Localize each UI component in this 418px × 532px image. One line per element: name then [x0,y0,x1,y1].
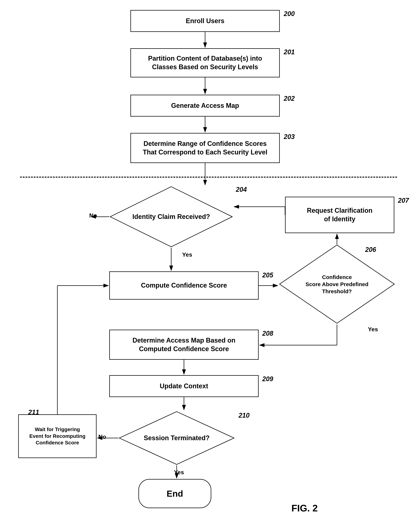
step-202-num: 202 [284,95,295,102]
step-211-num: 211 [28,408,39,416]
identity-claim-label: Identity Claim Received? [132,213,210,221]
end-label: End [167,489,183,499]
det-range-label: Determine Range of Confidence Scores Tha… [143,139,267,157]
session-term-label: Session Terminated? [144,434,209,442]
enroll-users-box: Enroll Users [130,10,280,32]
wait-trigger-box: Wait for Triggering Event for Recomputin… [18,414,96,458]
step-205-num: 205 [262,271,273,279]
dashed-separator [20,177,397,178]
end-box: End [139,479,211,508]
step-209-num: 209 [262,375,273,383]
conf-threshold-label: Confidence Score Above Predefined Thresh… [305,274,369,295]
compute-conf-label: Compute Confidence Score [141,281,227,290]
step-206-num: 206 [365,246,376,254]
step-201-num: 201 [284,48,295,56]
step-210-num: 210 [239,412,250,419]
fig-label: FIG. 2 [291,503,318,514]
gen-access-map-label: Generate Access Map [171,102,239,110]
no3-label: No [98,433,106,440]
step-204-num: 204 [236,186,247,193]
enroll-users-label: Enroll Users [186,17,224,25]
session-term-diamond: Session Terminated? [118,411,235,465]
wait-trigger-label: Wait for Triggering Event for Recomputin… [29,426,85,446]
det-range-box: Determine Range of Confidence Scores Tha… [130,133,280,163]
step-203-num: 203 [284,133,295,141]
compute-conf-box: Compute Confidence Score [109,271,259,300]
yes1-label: Yes [182,251,192,258]
identity-claim-diamond: Identity Claim Received? [109,186,233,248]
gen-access-map-box: Generate Access Map [130,95,280,116]
step-200-num: 200 [284,10,295,18]
req-clarif-label: Request Clarification of Identity [307,206,372,223]
conf-threshold-diamond: Confidence Score Above Predefined Thresh… [279,244,395,324]
update-context-label: Update Context [160,382,208,391]
det-access-map-label: Determine Access Map Based on Computed C… [133,336,235,353]
partition-box: Partition Content of Database(s) into Cl… [130,48,280,77]
partition-label: Partition Content of Database(s) into Cl… [148,54,262,71]
update-context-box: Update Context [109,375,259,397]
yes3-label: Yes [174,469,184,476]
det-access-map-box: Determine Access Map Based on Computed C… [109,330,259,360]
yes2-label: Yes [368,326,378,333]
step-207-num: 207 [398,197,409,204]
step-208-num: 208 [262,330,273,337]
no1-label: No [89,212,97,219]
req-clarif-box: Request Clarification of Identity [285,197,394,233]
